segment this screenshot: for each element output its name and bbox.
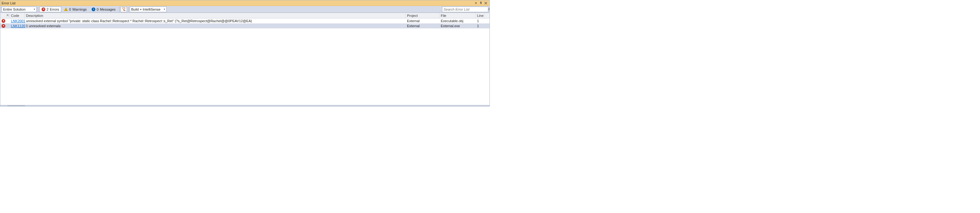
info-icon: i	[92, 8, 95, 11]
error-description-text: unresolved external symbol "private: sta…	[26, 19, 252, 23]
source-dropdown-value: Build + IntelliSense	[131, 8, 162, 11]
row-file-cell: External.exe	[439, 24, 476, 28]
chevron-down-icon: ▾	[164, 8, 165, 11]
clear-filter-button[interactable]	[121, 6, 127, 12]
column-header-code[interactable]: Code	[10, 13, 25, 18]
error-code-link[interactable]: LNK2001	[10, 19, 25, 23]
scope-dropdown[interactable]: Entire Solution ▾	[2, 6, 37, 12]
row-code-description: LNK11201 unresolved externals	[10, 24, 406, 28]
column-header-suppression[interactable]: ⇱	[6, 13, 10, 18]
search-box[interactable]: ▾	[442, 6, 488, 12]
source-dropdown[interactable]: Build + IntelliSense ▾	[130, 6, 167, 12]
row-code-description: LNK2001unresolved external symbol "priva…	[10, 19, 406, 23]
messages-filter-button[interactable]: i 0 Messages	[89, 6, 118, 12]
scope-dropdown-value: Entire Solution	[3, 8, 32, 11]
row-severity-icon: ✕	[0, 19, 6, 23]
panel-title: Error List	[2, 1, 473, 5]
filter-icon	[122, 8, 126, 11]
error-list-body: ✕LNK2001unresolved external symbol "priv…	[0, 18, 490, 105]
row-project-cell: External	[406, 24, 439, 28]
error-list-panel: Error List ▾ Entire Solution ▾ ✕ 2 Error…	[0, 0, 490, 106]
error-icon: ✕	[41, 8, 45, 11]
error-list-row[interactable]: ✕LNK2001unresolved external symbol "priv…	[0, 18, 490, 24]
error-list-row[interactable]: ✕LNK11201 unresolved externalsExternalEx…	[0, 24, 490, 29]
toolbar: Entire Solution ▾ ✕ 2 Errors 0 Warnings …	[0, 6, 490, 13]
status-strip	[0, 105, 490, 106]
row-project-cell: External	[406, 19, 439, 23]
footer-tab-indicator	[8, 105, 25, 106]
error-code-link[interactable]: LNK1120	[10, 24, 25, 28]
error-description-text: 1 unresolved externals	[26, 24, 60, 28]
row-line-cell: 1	[476, 19, 485, 23]
row-file-cell: Executable.obj	[439, 19, 476, 23]
warnings-count: 0	[69, 8, 71, 11]
messages-count: 0	[97, 8, 99, 11]
errors-filter-button[interactable]: ✕ 2 Errors	[40, 6, 61, 12]
toolbar-separator	[38, 7, 38, 12]
column-header-project[interactable]: Project	[406, 13, 439, 18]
column-header-file[interactable]: File	[439, 13, 476, 18]
error-icon: ✕	[2, 24, 5, 28]
column-header-icon[interactable]	[0, 13, 6, 18]
search-input[interactable]	[442, 8, 488, 11]
column-header-line[interactable]: Line	[476, 13, 485, 18]
errors-count: 2	[46, 8, 48, 11]
svg-point-0	[489, 8, 490, 10]
column-header-tail	[485, 13, 490, 18]
warnings-filter-button[interactable]: 0 Warnings	[62, 6, 89, 12]
chevron-down-icon: ▾	[34, 8, 35, 11]
close-icon[interactable]	[483, 1, 488, 5]
warnings-label: Warnings	[72, 8, 87, 11]
titlebar: Error List ▾	[0, 0, 490, 6]
toolbar-separator	[128, 7, 129, 12]
messages-label: Messages	[100, 8, 115, 11]
errors-label: Errors	[50, 8, 59, 11]
warning-icon	[64, 8, 68, 11]
row-severity-icon: ✕	[0, 24, 6, 28]
search-icon[interactable]	[488, 8, 490, 11]
column-header-row: ⇱ Code Description Project File Line	[0, 13, 490, 18]
pin-icon[interactable]	[478, 1, 483, 5]
window-options-dropdown-icon[interactable]: ▾	[473, 1, 478, 5]
toolbar-separator	[119, 7, 119, 12]
column-header-description[interactable]: Description	[25, 13, 406, 18]
error-icon: ✕	[2, 19, 5, 23]
row-line-cell: 1	[476, 24, 485, 28]
